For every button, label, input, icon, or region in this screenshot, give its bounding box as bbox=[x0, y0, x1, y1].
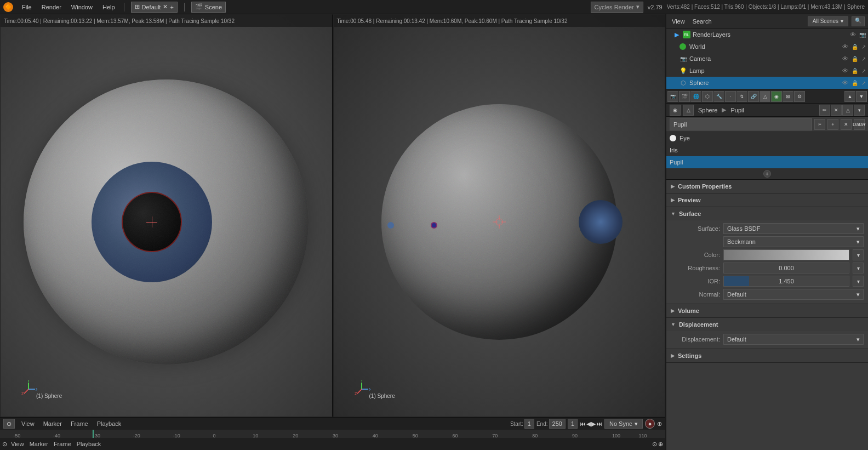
breadcrumb-edit-btn[interactable]: ✏ bbox=[819, 105, 830, 116]
timeline-frame-label[interactable]: Frame bbox=[52, 441, 73, 447]
menu-window[interactable]: Window bbox=[69, 3, 95, 12]
material-list-add-btn[interactable]: + bbox=[763, 170, 771, 178]
material-name-input[interactable]: Pupil bbox=[670, 118, 812, 130]
volume-header[interactable]: ▶ Volume bbox=[666, 304, 868, 317]
start-frame-input[interactable]: 1 bbox=[524, 419, 534, 429]
breadcrumb-close-btn[interactable]: ✕ bbox=[831, 105, 842, 116]
timeline-mode-btn2[interactable]: ⊙ bbox=[2, 441, 7, 448]
menu-render[interactable]: Render bbox=[39, 3, 64, 12]
extra-btn2[interactable]: ⊕ bbox=[658, 441, 663, 448]
sphere-extra[interactable]: ↗ bbox=[861, 80, 866, 86]
material-item-pupil[interactable]: Pupil bbox=[666, 156, 868, 168]
props-tab-physics[interactable]: ↯ bbox=[736, 91, 747, 102]
menu-help[interactable]: Help bbox=[100, 3, 117, 12]
search-icon-btn[interactable]: 🔍 bbox=[852, 16, 865, 26]
color-swatch[interactable] bbox=[723, 249, 849, 260]
props-tab-scene[interactable]: 🎬 bbox=[679, 91, 690, 102]
material-item-iris[interactable]: Iris bbox=[666, 144, 868, 156]
timeline-view-label[interactable]: View bbox=[9, 441, 26, 447]
material-data-btn[interactable]: △ bbox=[683, 105, 694, 116]
material-add-btn[interactable]: + bbox=[827, 119, 838, 130]
props-tab-modifiers[interactable]: 🔧 bbox=[713, 91, 724, 102]
props-scroll-down[interactable]: ▼ bbox=[856, 91, 867, 102]
breadcrumb-sphere[interactable]: Sphere bbox=[696, 107, 719, 113]
play-back-btn[interactable]: ◀ bbox=[586, 420, 591, 428]
color-extra-btn[interactable]: ▾ bbox=[853, 249, 864, 260]
world-eye[interactable]: 👁 bbox=[842, 43, 848, 50]
material-fake-user-btn[interactable]: F bbox=[814, 119, 825, 130]
breadcrumb-data-btn[interactable]: △ bbox=[842, 105, 853, 116]
props-tab-particles[interactable]: · bbox=[725, 91, 736, 102]
settings-header[interactable]: ▶ Settings bbox=[666, 349, 868, 362]
hierarchy-item-lamp[interactable]: 💡 Lamp 👁 🔒 ↗ bbox=[666, 65, 868, 77]
props-tab-object[interactable]: ⬡ bbox=[702, 91, 713, 102]
extra-btn1[interactable]: ⊙ bbox=[652, 441, 657, 448]
timeline-ruler[interactable]: -50 -40 -30 -20 -10 0 10 20 30 40 50 60 … bbox=[0, 430, 665, 450]
camera-eye[interactable]: 👁 bbox=[842, 55, 848, 62]
renderlayers-lock[interactable]: 📷 bbox=[859, 32, 866, 38]
panel-search-menu[interactable]: Search bbox=[690, 18, 714, 25]
camera-extra[interactable]: ↗ bbox=[861, 56, 866, 62]
hierarchy-item-world[interactable]: World 👁 🔒 ↗ bbox=[666, 41, 868, 53]
props-tab-texture[interactable]: ⊠ bbox=[783, 91, 793, 102]
normal-dropdown[interactable]: Default ▾ bbox=[723, 289, 864, 300]
panel-view-menu[interactable]: View bbox=[670, 18, 687, 25]
breadcrumb-extra-btn[interactable]: ▾ bbox=[854, 105, 865, 116]
hierarchy-item-camera[interactable]: 📷 Camera 👁 🔒 ↗ bbox=[666, 53, 868, 65]
material-type-dropdown[interactable]: Data ▾ bbox=[854, 119, 865, 130]
sphere-lock[interactable]: 🔒 bbox=[852, 80, 858, 86]
lamp-lock[interactable]: 🔒 bbox=[852, 68, 858, 74]
roughness-input[interactable]: 0.000 bbox=[723, 263, 849, 274]
timeline-playback-label[interactable]: Playback bbox=[75, 441, 103, 447]
close-icon[interactable]: ✕ bbox=[163, 3, 168, 10]
blender-logo[interactable]: 🔶 bbox=[3, 2, 13, 12]
props-tab-constraints[interactable]: 🔗 bbox=[748, 91, 759, 102]
viewport-left[interactable]: Time:00:05.40 | Remaining:00:13.22 | Mem… bbox=[0, 14, 333, 417]
timeline-frame-menu[interactable]: Frame bbox=[68, 420, 90, 427]
skip-first-btn[interactable]: ⏮ bbox=[580, 420, 586, 428]
workspace-selector[interactable]: ⊞ Default ✕ + bbox=[131, 2, 178, 13]
lamp-eye[interactable]: 👁 bbox=[842, 67, 848, 74]
hierarchy-item-renderlayers[interactable]: ▶ RL RenderLayers 👁 📷 bbox=[666, 29, 868, 41]
displacement-header[interactable]: ▼ Displacement bbox=[666, 318, 868, 331]
material-remove-btn[interactable]: ✕ bbox=[841, 119, 852, 130]
breadcrumb-pupil[interactable]: Pupil bbox=[728, 107, 746, 113]
sphere-eye[interactable]: 👁 bbox=[842, 79, 848, 86]
displacement-dropdown[interactable]: Default ▾ bbox=[723, 334, 864, 345]
skip-last-btn[interactable]: ⏭ bbox=[596, 420, 602, 428]
all-scenes-dropdown[interactable]: All Scenes ▾ bbox=[808, 16, 848, 26]
world-extra[interactable]: ↗ bbox=[861, 44, 866, 50]
ior-input[interactable]: 1.450 bbox=[723, 276, 849, 287]
surface-type-dropdown[interactable]: Glass BSDF ▾ bbox=[723, 223, 864, 234]
timeline-mode-btn[interactable]: ⊙ bbox=[3, 419, 15, 429]
sync-dropdown[interactable]: No Sync ▾ bbox=[604, 419, 643, 429]
add-workspace-icon[interactable]: + bbox=[170, 4, 173, 10]
props-tab-world[interactable]: 🌐 bbox=[690, 91, 701, 102]
scene-selector[interactable]: 🎬 Scene bbox=[191, 2, 226, 13]
material-preview-btn[interactable]: ◉ bbox=[670, 105, 681, 116]
timeline-extra-btn[interactable]: ⊕ bbox=[657, 420, 662, 428]
preview-header[interactable]: ▶ Preview bbox=[666, 193, 868, 207]
material-item-eye[interactable]: Eye bbox=[666, 132, 868, 144]
current-frame-input[interactable]: 1 bbox=[568, 419, 578, 429]
world-lock[interactable]: 🔒 bbox=[852, 44, 858, 50]
distribution-dropdown[interactable]: Beckmann ▾ bbox=[723, 236, 864, 247]
props-tab-material[interactable]: ◉ bbox=[771, 91, 782, 102]
play-btn[interactable]: ▶ bbox=[591, 420, 596, 428]
lamp-extra[interactable]: ↗ bbox=[861, 68, 866, 74]
menu-file[interactable]: File bbox=[20, 3, 34, 12]
surface-header[interactable]: ▼ Surface bbox=[666, 207, 868, 220]
hierarchy-item-sphere[interactable]: ⬡ Sphere 👁 🔒 ↗ bbox=[666, 77, 868, 89]
roughness-extra-btn[interactable]: ▾ bbox=[853, 263, 864, 274]
props-tab-render[interactable]: 📷 bbox=[667, 91, 678, 102]
viewport-right[interactable]: Time:00:05.48 | Remaining:00:13.42 | Mem… bbox=[333, 14, 666, 417]
end-frame-input[interactable]: 250 bbox=[549, 419, 566, 429]
timeline-view-menu[interactable]: View bbox=[19, 420, 37, 427]
engine-selector[interactable]: Cycles Render ▾ bbox=[591, 2, 643, 13]
timeline-playback-menu[interactable]: Playback bbox=[95, 420, 124, 427]
props-tab-data[interactable]: △ bbox=[760, 91, 770, 102]
record-btn[interactable]: ● bbox=[645, 419, 655, 429]
camera-lock[interactable]: 🔒 bbox=[852, 56, 858, 62]
props-tab-settings[interactable]: ⚙ bbox=[794, 91, 805, 102]
ior-extra-btn[interactable]: ▾ bbox=[853, 276, 864, 287]
